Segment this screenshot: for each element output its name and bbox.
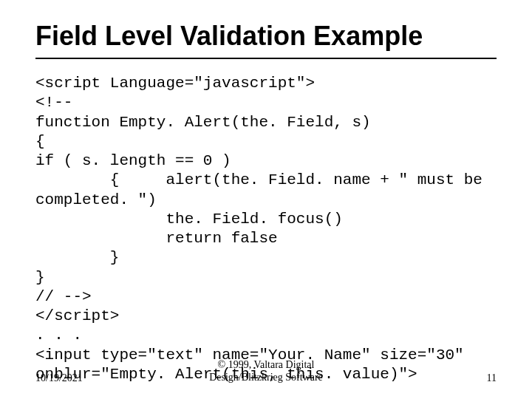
code-line: function Empty. Alert(the. Field, s)	[35, 114, 371, 131]
code-line: completed. ")	[35, 191, 157, 208]
code-line: . . .	[35, 327, 82, 344]
code-line: { alert(the. Field. name + " must be	[35, 171, 482, 188]
code-line: the. Field. focus()	[35, 211, 343, 228]
footer-copyright: © 1999, Valtara Digital Design/Blitzkrie…	[35, 359, 497, 384]
footer-copyright-line1: © 1999, Valtara Digital	[218, 359, 315, 370]
code-line: }	[35, 249, 119, 266]
code-line: </script>	[35, 307, 119, 324]
footer-page-number: 11	[487, 372, 497, 384]
footer-copyright-line2: Design/Blitzkrieg Software	[209, 372, 323, 383]
code-line: if ( s. length == 0 )	[35, 152, 231, 169]
code-line: {	[35, 133, 45, 150]
code-line: return false	[35, 230, 278, 247]
code-line: }	[35, 269, 45, 286]
slide-title: Field Level Validation Example	[35, 21, 497, 52]
code-line: <script Language="javascript">	[35, 75, 315, 92]
title-underline	[35, 58, 497, 59]
code-line: // -->	[35, 288, 92, 305]
slide: Field Level Validation Example <script L…	[0, 0, 532, 399]
code-line: <!--	[35, 94, 72, 111]
code-block: <script Language="javascript"> <!-- func…	[35, 74, 497, 346]
